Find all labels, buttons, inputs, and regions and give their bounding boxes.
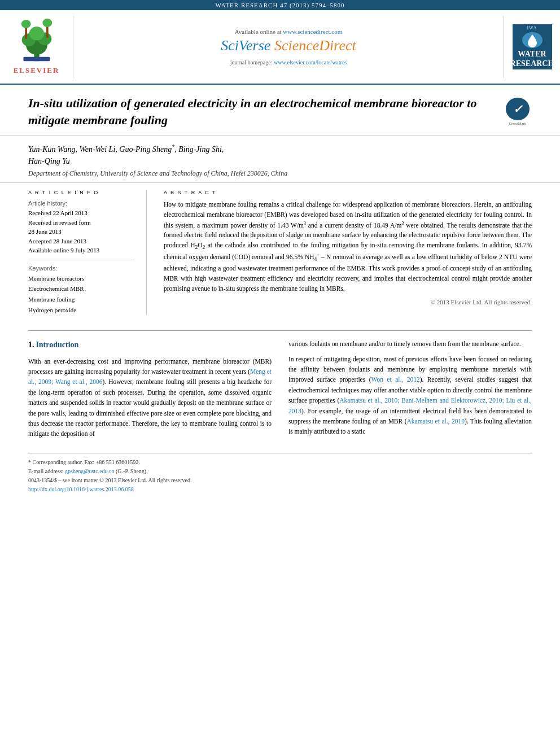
svg-rect-9 <box>23 57 50 62</box>
intro-col-left: 1. Introduction With an ever-decreasing … <box>28 339 272 444</box>
wr-badge-icon <box>522 32 542 48</box>
section-number: 1. <box>28 340 34 349</box>
intro-para-1: With an ever-decreasing cost and improvi… <box>28 356 272 439</box>
keywords-label: Keywords: <box>28 265 135 272</box>
copyright-line: © 2013 Elsevier Ltd. All rights reserved… <box>164 299 532 305</box>
revised-label: Received in revised form <box>28 218 135 228</box>
footnote-email: E-mail address: gpsheng@ustc.edu.cn (G.-… <box>28 467 532 476</box>
author-wang: Yun-Kun Wang, Wen-Wei Li, <box>28 145 119 154</box>
article-title: In-situ utilization of generated electri… <box>28 95 532 128</box>
ref-akamatsu[interactable]: Akamatsu et al., 2010; Bani-Melhem and E… <box>288 397 532 414</box>
abstract-text: How to mitigate membrane fouling remains… <box>164 200 532 294</box>
available-online-date: Available online 9 July 2013 <box>28 246 135 255</box>
elsevier-tree-icon <box>14 19 59 64</box>
accepted-date: Accepted 28 June 2013 <box>28 237 135 246</box>
info-divider <box>28 260 135 260</box>
footnote-issn: 0043-1354/$ – see front matter © 2013 El… <box>28 476 532 485</box>
affiliation: Department of Chemistry, University of S… <box>28 169 532 178</box>
main-content: 1. Introduction With an ever-decreasing … <box>0 321 560 505</box>
article-info-abstract-section: A R T I C L E I N F O Article history: R… <box>0 182 560 321</box>
intro-col-right: various foulants on membrane and/or to t… <box>288 339 532 444</box>
sciverse-logo: SciVerse ScienceDirect <box>221 37 356 54</box>
sciencedirect-link[interactable]: www.sciencedirect.com <box>283 28 342 35</box>
intro-two-col: 1. Introduction With an ever-decreasing … <box>28 339 532 444</box>
footnotes: * Corresponding author. Fax: +86 551 636… <box>28 453 532 494</box>
header-middle: Available online at www.sciencedirect.co… <box>73 16 504 78</box>
intro-para-2: various foulants on membrane and/or to t… <box>288 339 532 349</box>
crossmark-icon: ✓ <box>506 98 530 120</box>
available-online-text: Available online at www.sciencedirect.co… <box>235 28 343 35</box>
journal-top-bar: WATER RESEARCH 47 (2013) 5794–5800 <box>0 0 560 10</box>
section-num-title: 1. Introduction <box>28 339 272 351</box>
keyword-2: Electrochemical MBR <box>28 283 135 294</box>
ref-meng[interactable]: Meng et al., 2009; Wang et al., 2006 <box>28 368 272 385</box>
elsevier-text: ELSEVIER <box>14 66 60 75</box>
intro-para-3: In respect of mitigating deposition, mos… <box>288 354 532 437</box>
svg-point-8 <box>42 19 52 27</box>
author-sheng: Guo-Ping Sheng <box>119 145 172 154</box>
received-date: Received 22 April 2013 <box>28 208 135 218</box>
svg-point-4 <box>29 27 43 40</box>
article-history-label: Article history: <box>28 200 135 207</box>
article-info-heading: A R T I C L E I N F O <box>28 190 135 195</box>
intro-divider <box>28 330 532 331</box>
ref-akamatsu2[interactable]: Akamatsu et al., 2010 <box>407 418 465 425</box>
doi-link[interactable]: http://dx.doi.org/10.1016/j.watres.2013.… <box>28 486 134 492</box>
elsevier-logo: ELSEVIER <box>0 16 73 78</box>
author-yu: Han-Qing Yu <box>28 157 70 165</box>
authors-line: Yun-Kun Wang, Wen-Wei Li, Guo-Ping Sheng… <box>28 142 532 167</box>
svg-point-7 <box>21 20 30 28</box>
abstract-col: A B S T R A C T How to mitigate membrane… <box>164 190 532 315</box>
wr-badge: IWA WATERRESEARCH <box>513 24 552 69</box>
keyword-1: Membrane bioreactors <box>28 273 135 284</box>
wr-badge-iwa: IWA <box>527 25 537 30</box>
wr-badge-main-text: WATERRESEARCH <box>510 50 554 69</box>
journal-homepage: journal homepage: www.elsevier.com/locat… <box>230 59 347 65</box>
journal-homepage-link[interactable]: www.elsevier.com/locate/watres <box>274 59 347 65</box>
ref-won[interactable]: Won et al., 2012 <box>371 376 420 383</box>
keyword-3: Membrane fouling <box>28 294 135 305</box>
authors-section: Yun-Kun Wang, Wen-Wei Li, Guo-Ping Sheng… <box>0 136 560 182</box>
footnote-corresponding: * Corresponding author. Fax: +86 551 636… <box>28 458 532 467</box>
journal-header: ELSEVIER Available online at www.science… <box>0 10 560 85</box>
email-link[interactable]: gpsheng@ustc.edu.cn <box>65 468 115 474</box>
footnote-doi: http://dx.doi.org/10.1016/j.watres.2013.… <box>28 485 532 494</box>
crossmark-label: CrossMark <box>509 121 526 126</box>
article-title-section: ✓ CrossMark In-situ utilization of gener… <box>0 85 560 136</box>
keywords-list: Membrane bioreactors Electrochemical MBR… <box>28 273 135 316</box>
wr-drop-icon <box>524 32 540 48</box>
revised-date: 28 June 2013 <box>28 227 135 237</box>
keyword-4: Hydrogen peroxide <box>28 305 135 316</box>
crossmark-badge: ✓ CrossMark <box>504 98 532 126</box>
water-research-logo: IWA WATERRESEARCH <box>504 16 560 78</box>
abstract-heading: A B S T R A C T <box>164 190 532 195</box>
article-info: A R T I C L E I N F O Article history: R… <box>28 190 147 315</box>
author-shi: , Bing-Jing Shi, <box>174 145 224 154</box>
journal-citation: WATER RESEARCH 47 (2013) 5794–5800 <box>216 2 345 8</box>
section-title: Introduction <box>36 340 78 349</box>
